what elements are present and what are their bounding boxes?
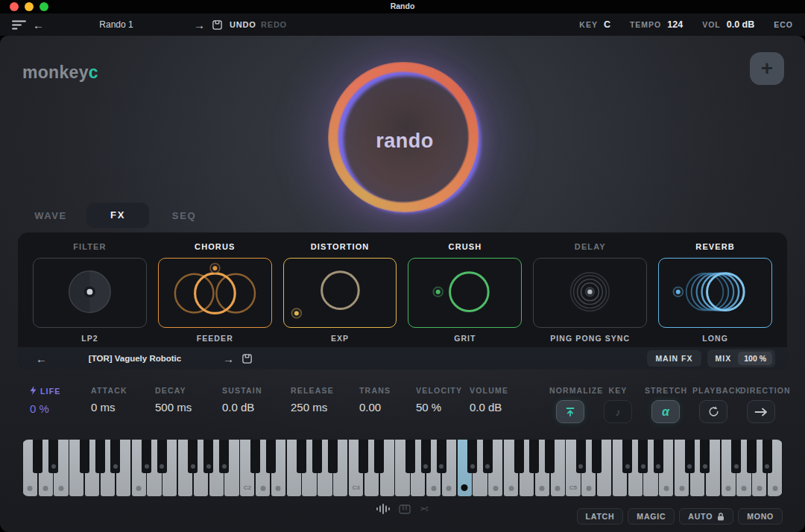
key-button[interactable]: ♪ — [604, 400, 632, 423]
undo-button[interactable]: UNDO — [230, 13, 256, 36]
black-key[interactable] — [763, 440, 772, 473]
distortion-graphic-icon — [284, 259, 397, 326]
param-decay: DECAY500 ms — [155, 386, 222, 415]
black-key[interactable] — [654, 440, 663, 473]
loop-icon — [707, 405, 720, 418]
black-key[interactable] — [622, 440, 632, 473]
black-key[interactable] — [405, 440, 415, 473]
black-key[interactable] — [297, 440, 306, 473]
octave-label: C5 — [566, 484, 580, 491]
black-key[interactable] — [312, 440, 322, 473]
stretch-button[interactable]: α — [651, 400, 680, 423]
tab-seq[interactable]: SEQ — [163, 210, 205, 221]
param-value-life[interactable]: 0 % — [30, 402, 91, 415]
param-label-volume: VOLUME — [470, 386, 529, 395]
volume-value[interactable]: 0.0 dB — [727, 19, 755, 30]
param-value-attack[interactable]: 0 ms — [91, 401, 155, 414]
black-key[interactable] — [203, 440, 213, 473]
param-value-trans[interactable]: 0.00 — [359, 401, 416, 414]
latch-button[interactable]: LATCH — [577, 508, 624, 525]
black-key[interactable] — [250, 440, 260, 473]
tab-wave[interactable]: WAVE — [30, 210, 72, 221]
black-key[interactable] — [421, 440, 431, 473]
black-key[interactable] — [437, 440, 446, 473]
preset-prev-icon[interactable]: ← — [36, 353, 47, 364]
playback-button[interactable] — [699, 400, 727, 423]
back-arrow-icon[interactable]: ← — [33, 13, 44, 36]
fx-tile-filter[interactable] — [33, 258, 147, 328]
preset-save-icon[interactable] — [242, 353, 253, 364]
black-key[interactable] — [592, 440, 602, 473]
global-preset-name[interactable]: Rando 1 — [72, 13, 161, 36]
black-key[interactable] — [188, 440, 198, 473]
key-dot — [470, 464, 475, 469]
param-value-sustain[interactable]: 0.0 dB — [222, 401, 291, 414]
fx-tile-distortion[interactable] — [283, 258, 397, 328]
black-key[interactable] — [685, 440, 695, 473]
key-dot — [625, 464, 630, 469]
fx-tile-delay[interactable] — [533, 258, 647, 328]
parameter-row: LIFE0 %ATTACK0 msDECAY500 msSUSTAIN0.0 d… — [30, 386, 529, 415]
black-key[interactable] — [576, 440, 586, 473]
fx-tile-chorus[interactable] — [158, 258, 272, 328]
black-key[interactable] — [157, 440, 167, 473]
key-value[interactable]: C — [604, 19, 610, 30]
fx-tile-reverb[interactable] — [658, 258, 772, 328]
mono-button[interactable]: MONO — [738, 508, 783, 525]
black-key[interactable] — [545, 440, 555, 473]
black-key[interactable] — [80, 440, 89, 473]
scissors-icon[interactable]: ✂ — [420, 504, 429, 514]
key-dot — [663, 486, 669, 491]
fx-preset-distortion[interactable]: EXP — [283, 328, 397, 343]
add-button[interactable]: + — [750, 52, 784, 85]
black-key[interactable] — [374, 440, 384, 473]
param-value-velocity[interactable]: 50 % — [416, 401, 470, 414]
forward-arrow-icon[interactable]: → — [194, 13, 205, 36]
eco-toggle[interactable]: ECO — [774, 20, 793, 29]
black-key[interactable] — [731, 440, 741, 473]
black-key[interactable] — [110, 440, 120, 473]
param-value-volume[interactable]: 0.0 dB — [470, 401, 529, 414]
mix-value[interactable]: 100 % — [738, 352, 772, 365]
black-key[interactable] — [219, 440, 229, 473]
fx-preset-filter[interactable]: LP2 — [33, 328, 147, 343]
fx-tile-crush[interactable] — [408, 258, 522, 328]
black-key[interactable] — [467, 440, 477, 473]
black-key[interactable] — [33, 440, 42, 473]
black-key[interactable] — [638, 440, 648, 473]
main-fx-button[interactable]: MAIN FX — [647, 350, 701, 367]
tab-fx[interactable]: FX — [86, 203, 149, 228]
fx-preset-crush[interactable]: GRIT — [408, 328, 522, 343]
tempo-value[interactable]: 124 — [667, 19, 683, 30]
save-icon[interactable] — [212, 13, 223, 36]
preset-next-icon[interactable]: → — [223, 353, 234, 364]
black-key[interactable] — [142, 440, 151, 473]
redo-button[interactable]: REDO — [261, 13, 287, 36]
black-key[interactable] — [359, 440, 368, 473]
auto-button[interactable]: AUTO — [679, 508, 733, 525]
key-dot — [439, 464, 443, 469]
param-value-release[interactable]: 250 ms — [291, 401, 359, 414]
black-key[interactable] — [48, 440, 58, 473]
black-key[interactable] — [483, 440, 493, 473]
black-key[interactable] — [95, 440, 105, 473]
fx-preset-delay[interactable]: PING PONG SYNC — [533, 328, 647, 343]
black-key[interactable] — [700, 440, 710, 473]
rando-ring[interactable]: rando — [323, 58, 487, 222]
black-key[interactable] — [529, 440, 539, 473]
fx-preset-name[interactable]: [TOR] Vaguely Robotic — [54, 354, 215, 363]
piano-icon[interactable] — [399, 504, 411, 514]
menu-icon[interactable] — [12, 13, 26, 36]
black-key[interactable] — [328, 440, 338, 473]
black-key[interactable] — [747, 440, 757, 473]
black-key[interactable] — [514, 440, 524, 473]
normalize-button[interactable] — [556, 400, 584, 423]
black-key[interactable] — [266, 440, 276, 473]
arrow-right-icon — [754, 408, 768, 417]
waveform-icon[interactable] — [376, 504, 390, 514]
param-value-decay[interactable]: 500 ms — [155, 401, 222, 414]
direction-button[interactable] — [747, 400, 775, 423]
fx-preset-reverb[interactable]: LONG — [658, 328, 772, 343]
magic-button[interactable]: MAGIC — [628, 508, 675, 525]
fx-preset-chorus[interactable]: FEEDER — [158, 328, 272, 343]
